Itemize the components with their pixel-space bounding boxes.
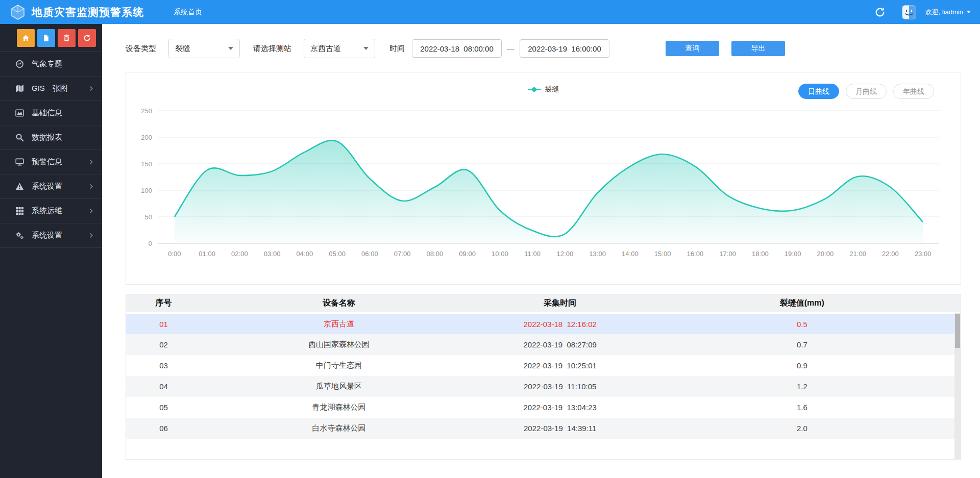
table-row-05[interactable]: 05青龙湖森林公园2022-03-19 13:04:231.6 — [126, 397, 961, 418]
refresh-icon[interactable] — [874, 7, 886, 18]
cell-no: 02 — [126, 334, 201, 355]
sidebar-item-0[interactable]: 气象专题 — [0, 52, 102, 77]
legend-marker-icon — [528, 89, 541, 90]
chevron-right-icon — [87, 158, 95, 166]
svg-text:20:00: 20:00 — [817, 250, 834, 258]
svg-text:22:00: 22:00 — [882, 250, 899, 258]
quick-button-trash[interactable] — [58, 29, 76, 47]
device-type-value: 裂缝 — [175, 44, 190, 54]
table-row-01[interactable]: 01京西古道2022-03-18 12:16:020.5 — [126, 313, 961, 334]
cell-crack-value: 0.9 — [644, 355, 961, 376]
cell-device-name: 西山国家森林公园 — [201, 334, 477, 355]
gears-icon — [15, 231, 24, 240]
map-icon — [15, 84, 24, 93]
chevron-right-icon — [87, 232, 95, 239]
cell-crack-value: 2.0 — [644, 418, 961, 439]
table-col-header: 设备名称 — [201, 294, 477, 313]
svg-text:21:00: 21:00 — [849, 250, 866, 258]
svg-text:05:00: 05:00 — [329, 250, 346, 258]
recycle-icon — [83, 34, 91, 42]
sidebar-item-6[interactable]: 系统运维 — [0, 199, 102, 223]
svg-text:06:00: 06:00 — [361, 250, 378, 258]
table-row-06[interactable]: 06白水寺森林公园2022-03-19 14:39:112.0 — [126, 418, 961, 439]
sidebar-quick-buttons — [0, 24, 102, 52]
table-scrollbar — [954, 313, 961, 460]
curve-tabs: 日曲线月曲线年曲线 — [798, 84, 934, 99]
area-chart-icon — [15, 109, 24, 117]
line-chart: 0501001502002500:0001:0002:0003:0004:000… — [130, 98, 947, 271]
data-table: 序号设备名称采集时间裂缝值(mm) 01京西古道2022-03-18 12:16… — [126, 294, 961, 439]
time-to-input[interactable]: 2022-03-19 16:00:00 — [520, 39, 609, 58]
table-col-header: 序号 — [126, 294, 201, 313]
sidebar-item-label: 预警信息 — [32, 157, 87, 167]
sidebar-item-1[interactable]: GIS—张图 — [0, 77, 102, 101]
monitor-icon — [15, 158, 24, 166]
quick-button-file[interactable] — [37, 29, 55, 47]
chevron-right-icon — [87, 207, 95, 215]
sidebar-item-4[interactable]: 预警信息 — [0, 150, 102, 174]
sidebar-item-7[interactable]: 系统设置 — [0, 223, 102, 248]
app-logo-icon — [10, 4, 26, 20]
quick-button-home[interactable] — [17, 29, 35, 47]
time-from-input[interactable]: 2022-03-18 08:00:00 — [412, 39, 502, 58]
svg-text:02:00: 02:00 — [231, 250, 248, 258]
cell-device-name: 瓜草地风景区 — [201, 376, 477, 397]
cell-collect-time: 2022-03-18 12:16:02 — [477, 313, 644, 334]
user-menu[interactable]: 欢迎, liadmin — [925, 8, 971, 17]
svg-text:0:00: 0:00 — [168, 250, 181, 258]
sidebar-item-3[interactable]: 数据报表 — [0, 125, 102, 150]
welcome-text: 欢迎, liadmin — [925, 8, 963, 17]
query-button[interactable]: 查询 — [666, 41, 719, 56]
cell-collect-time: 2022-03-19 11:10:05 — [477, 376, 644, 397]
svg-text:0: 0 — [149, 240, 152, 247]
main-content: 设备类型 裂缝 请选择测站 京西古道 时间 2022-03-18 08:00:0… — [102, 24, 980, 478]
cell-no: 04 — [126, 376, 201, 397]
svg-text:07:00: 07:00 — [394, 250, 411, 258]
legend-label: 裂缝 — [545, 85, 559, 94]
svg-text:14:00: 14:00 — [622, 250, 639, 258]
table-header-row: 序号设备名称采集时间裂缝值(mm) — [126, 294, 961, 313]
svg-text:250: 250 — [141, 107, 152, 115]
table-row-04[interactable]: 04瓜草地风景区2022-03-19 11:10:051.2 — [126, 376, 961, 397]
station-value: 京西古道 — [310, 44, 341, 54]
app-header: 地质灾害监测预警系统 系统首页 欢迎, liadmin — [0, 0, 980, 24]
search-icon — [15, 133, 24, 142]
chevron-down-icon — [228, 47, 233, 50]
quick-button-recycle[interactable] — [78, 29, 96, 47]
svg-text:04:00: 04:00 — [297, 250, 313, 258]
svg-text:50: 50 — [145, 213, 152, 221]
cell-device-name: 京西古道 — [201, 313, 477, 334]
station-select[interactable]: 京西古道 — [304, 39, 375, 58]
chevron-right-icon — [87, 183, 95, 190]
svg-text:15:00: 15:00 — [654, 250, 671, 258]
device-type-select[interactable]: 裂缝 — [168, 39, 240, 58]
table-scrollbar-thumb[interactable] — [955, 314, 960, 348]
svg-text:13:00: 13:00 — [589, 250, 606, 258]
avatar[interactable] — [902, 5, 916, 19]
chart-panel: 裂缝 日曲线月曲线年曲线 0501001502002500:0001:0002:… — [126, 72, 961, 285]
table-row-03[interactable]: 03中门寺生态园2022-03-19 10:25:010.9 — [126, 355, 961, 376]
chevron-down-icon — [967, 11, 971, 13]
curve-tab-0[interactable]: 日曲线 — [798, 84, 839, 99]
sidebar: 气象专题GIS—张图基础信息数据报表预警信息系统设置系统运维系统设置 — [0, 24, 102, 478]
export-button[interactable]: 导出 — [731, 41, 785, 56]
cell-no: 03 — [126, 355, 201, 376]
svg-text:150: 150 — [141, 160, 152, 168]
curve-tab-2[interactable]: 年曲线 — [893, 84, 934, 99]
curve-tab-1[interactable]: 月曲线 — [846, 84, 887, 99]
sidebar-item-2[interactable]: 基础信息 — [0, 101, 102, 125]
nav-tab-home[interactable]: 系统首页 — [174, 8, 202, 17]
sidebar-item-5[interactable]: 系统设置 — [0, 174, 102, 199]
sidebar-item-label: GIS—张图 — [32, 84, 87, 93]
cell-device-name: 青龙湖森林公园 — [201, 397, 477, 418]
cell-no: 06 — [126, 418, 201, 439]
time-range-separator: — — [507, 44, 514, 53]
cell-device-name: 中门寺生态园 — [201, 355, 477, 376]
cell-crack-value: 1.6 — [644, 397, 961, 418]
data-table-panel: 序号设备名称采集时间裂缝值(mm) 01京西古道2022-03-18 12:16… — [126, 294, 961, 460]
filter-bar: 设备类型 裂缝 请选择测站 京西古道 时间 2022-03-18 08:00:0… — [102, 38, 980, 59]
sidebar-item-label: 系统设置 — [32, 182, 87, 191]
svg-text:16:00: 16:00 — [687, 250, 704, 258]
cell-crack-value: 1.2 — [644, 376, 961, 397]
table-row-02[interactable]: 02西山国家森林公园2022-03-19 08:27:090.7 — [126, 334, 961, 355]
